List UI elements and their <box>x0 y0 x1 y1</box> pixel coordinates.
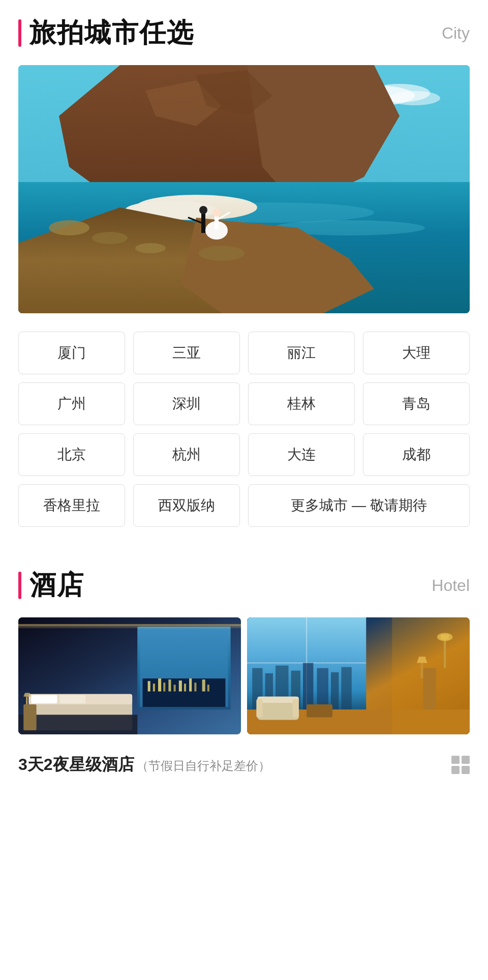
grid-icon-cell-2 <box>462 756 470 764</box>
svg-rect-70 <box>307 704 332 717</box>
svg-rect-61 <box>303 663 313 710</box>
city-section-label: City <box>442 24 470 43</box>
grid-icon-cell-3 <box>451 766 460 774</box>
svg-point-18 <box>135 243 166 253</box>
svg-point-21 <box>199 206 207 214</box>
svg-rect-40 <box>194 682 196 691</box>
hotel-section-title: 酒店 <box>29 568 84 603</box>
city-btn-hangzhou[interactable]: 杭州 <box>133 433 240 476</box>
svg-rect-36 <box>174 685 176 691</box>
grid-icon-cell-4 <box>462 766 470 774</box>
svg-rect-62 <box>317 668 328 709</box>
svg-rect-23 <box>215 215 219 229</box>
svg-rect-42 <box>207 685 209 691</box>
svg-rect-37 <box>179 680 182 691</box>
city-section-title: 旅拍城市任选 <box>29 15 194 51</box>
svg-rect-69 <box>293 699 299 718</box>
hero-image <box>18 65 470 313</box>
hotel-detail-row: 3天2夜星级酒店 （节假日自行补足差价） <box>18 749 470 781</box>
city-btn-dali[interactable]: 大理 <box>363 332 470 374</box>
svg-rect-34 <box>163 682 165 691</box>
hotel-detail-text-wrap: 3天2夜星级酒店 （节假日自行补足差价） <box>18 754 270 776</box>
city-btn-more[interactable]: 更多城市 — 敬请期待 <box>248 484 470 527</box>
city-btn-xishuangbanna[interactable]: 西双版纳 <box>133 484 240 527</box>
grid-icon[interactable] <box>451 756 470 774</box>
city-btn-guangzhou[interactable]: 广州 <box>18 382 125 425</box>
svg-rect-39 <box>189 678 192 691</box>
city-grid-row2: 广州 深圳 桂林 青岛 <box>18 382 470 425</box>
svg-rect-32 <box>153 684 155 691</box>
city-btn-shenzhen[interactable]: 深圳 <box>133 382 240 425</box>
city-grid-row1: 厦门 三亚 丽江 大理 <box>18 332 470 374</box>
hotel-detail-main: 3天2夜星级酒店 <box>18 755 134 774</box>
svg-rect-31 <box>148 681 150 691</box>
hotel-accent-bar <box>18 572 21 599</box>
hotel-section: 酒店 Hotel <box>0 557 488 796</box>
svg-rect-33 <box>158 678 161 691</box>
hotel-section-header: 酒店 Hotel <box>18 568 470 603</box>
svg-rect-47 <box>31 695 57 703</box>
svg-point-3 <box>389 91 440 105</box>
city-btn-sanya[interactable]: 三亚 <box>133 332 240 374</box>
svg-rect-41 <box>202 679 205 691</box>
city-btn-lijiang[interactable]: 丽江 <box>248 332 355 374</box>
grid-icon-cell-1 <box>451 756 460 764</box>
svg-rect-51 <box>26 697 27 704</box>
svg-rect-77 <box>392 617 470 734</box>
hotel-title-wrap: 酒店 <box>18 568 84 603</box>
svg-rect-38 <box>184 684 186 691</box>
city-btn-beijing[interactable]: 北京 <box>18 433 125 476</box>
city-section: 旅拍城市任选 City <box>0 0 488 557</box>
svg-rect-30 <box>142 678 225 707</box>
city-btn-guilin[interactable]: 桂林 <box>248 382 355 425</box>
hotel-section-label: Hotel <box>432 576 470 595</box>
svg-rect-48 <box>59 695 85 703</box>
svg-rect-68 <box>256 699 262 718</box>
city-btn-chengdu[interactable]: 成都 <box>363 433 470 476</box>
svg-rect-35 <box>168 679 171 691</box>
hotel-detail-sub: （节假日自行补足差价） <box>136 759 270 773</box>
hotel-image-left <box>18 617 241 734</box>
city-btn-xiamen[interactable]: 厦门 <box>18 332 125 374</box>
city-btn-qingdao[interactable]: 青岛 <box>363 382 470 425</box>
svg-point-17 <box>92 232 128 244</box>
city-btn-dalian[interactable]: 大连 <box>248 433 355 476</box>
hotel-images <box>18 617 470 734</box>
svg-rect-44 <box>18 624 241 628</box>
svg-rect-50 <box>23 704 36 730</box>
svg-rect-63 <box>331 672 339 709</box>
city-btn-xianggelila[interactable]: 香格里拉 <box>18 484 125 527</box>
city-grid-row3: 北京 杭州 大连 成都 <box>18 433 470 476</box>
city-grid-row4: 香格里拉 西双版纳 更多城市 — 敬请期待 <box>18 484 470 527</box>
svg-point-24 <box>212 209 221 217</box>
svg-point-16 <box>49 220 89 235</box>
accent-bar <box>18 19 21 47</box>
city-section-header: 旅拍城市任选 City <box>18 15 470 51</box>
svg-rect-64 <box>341 667 351 710</box>
city-title-wrap: 旅拍城市任选 <box>18 15 194 51</box>
hotel-image-right <box>247 617 470 734</box>
svg-point-19 <box>199 246 245 261</box>
